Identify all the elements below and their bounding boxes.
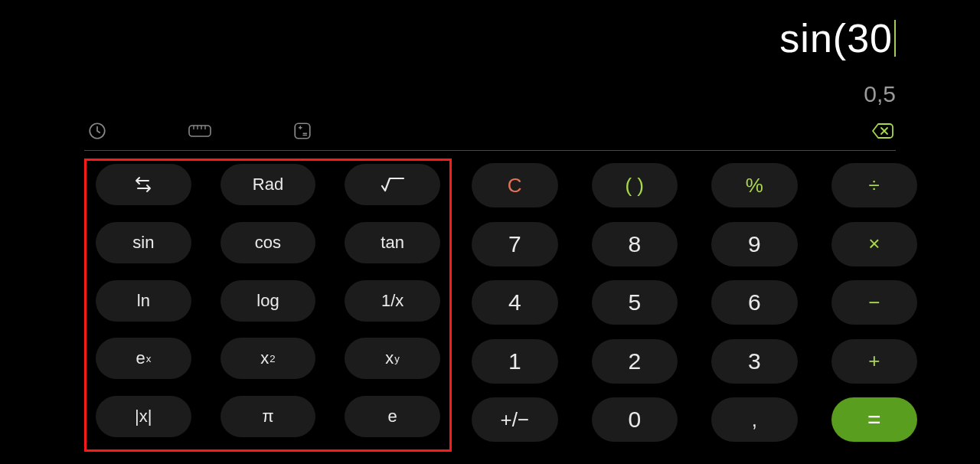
ln-button[interactable]: ln: [96, 280, 191, 322]
sin-button[interactable]: sin: [96, 222, 191, 263]
e-power-x-button[interactable]: ex: [96, 338, 191, 379]
clear-button[interactable]: C: [472, 163, 558, 207]
ruler-button[interactable]: [187, 118, 213, 144]
calculator-app: sin(30 0,5: [0, 0, 980, 464]
toggle-second-button[interactable]: [96, 164, 191, 205]
tan-button[interactable]: tan: [345, 222, 440, 263]
e-button[interactable]: e: [345, 396, 440, 437]
x-squared-sup: 2: [270, 353, 275, 364]
cos-button[interactable]: cos: [220, 222, 316, 263]
plus-button[interactable]: +: [831, 339, 918, 384]
sqrt-icon: [380, 175, 406, 194]
ruler-icon: [188, 123, 211, 139]
toolbar: [0, 107, 980, 150]
keypad: Rad sin cos tan ln log 1/x ex x2 xy |x|: [0, 155, 980, 464]
reciprocal-button[interactable]: 1/x: [345, 280, 440, 322]
e-power-x-sup: x: [146, 353, 152, 364]
x-power-y-button[interactable]: xy: [345, 338, 440, 379]
digit-4-button[interactable]: 4: [472, 280, 558, 325]
digit-0-button[interactable]: 0: [592, 397, 678, 442]
swap-icon: [132, 175, 155, 194]
minus-button[interactable]: −: [831, 280, 918, 325]
divider: [84, 150, 896, 151]
log-button[interactable]: log: [220, 280, 316, 322]
backspace-button[interactable]: [870, 118, 896, 144]
svg-rect-1: [189, 126, 211, 136]
percent-button[interactable]: %: [711, 163, 798, 207]
equals-button[interactable]: =: [831, 397, 918, 442]
sqrt-button[interactable]: [345, 164, 440, 205]
e-power-x-base: e: [136, 348, 145, 368]
digit-3-button[interactable]: 3: [711, 339, 798, 384]
multiply-button[interactable]: ×: [831, 222, 918, 266]
x-power-y-sup: y: [394, 353, 400, 364]
numeric-panel: C ( ) % ÷ 7 8 9 × 4 5 6 − 1 2 3 + +/− 0 …: [462, 158, 917, 452]
x-power-y-base: x: [385, 348, 394, 368]
divide-button[interactable]: ÷: [831, 163, 918, 207]
sign-button[interactable]: +/−: [472, 397, 558, 442]
calculator-icon: [292, 121, 312, 141]
digit-7-button[interactable]: 7: [472, 222, 558, 266]
result-text: 0,5: [84, 81, 896, 107]
history-icon: [87, 121, 107, 141]
backspace-icon: [871, 122, 895, 140]
expression-text: sin(30: [779, 15, 896, 61]
digit-6-button[interactable]: 6: [711, 280, 798, 325]
svg-rect-2: [295, 123, 310, 139]
abs-button[interactable]: |x|: [96, 396, 191, 437]
rad-button[interactable]: Rad: [220, 164, 316, 205]
digit-2-button[interactable]: 2: [592, 339, 678, 384]
unit-converter-button[interactable]: [289, 118, 315, 144]
parentheses-button[interactable]: ( ): [592, 163, 678, 207]
digit-1-button[interactable]: 1: [472, 339, 558, 384]
digit-8-button[interactable]: 8: [592, 222, 678, 266]
digit-5-button[interactable]: 5: [592, 280, 678, 325]
pi-button[interactable]: π: [220, 396, 316, 437]
x-squared-base: x: [260, 348, 269, 368]
decimal-button[interactable]: ,: [711, 397, 798, 442]
history-button[interactable]: [84, 118, 110, 144]
digit-9-button[interactable]: 9: [711, 222, 798, 266]
scientific-panel: Rad sin cos tan ln log 1/x ex x2 xy |x|: [84, 158, 452, 452]
display-area: sin(30 0,5: [0, 0, 980, 107]
x-squared-button[interactable]: x2: [220, 338, 316, 379]
